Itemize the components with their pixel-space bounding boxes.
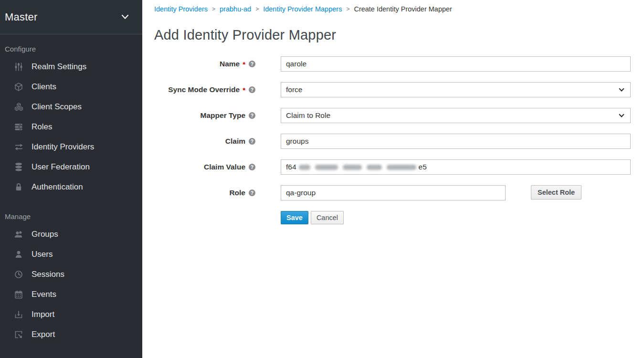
help-icon[interactable]: ?	[249, 86, 255, 93]
required-marker: *	[243, 86, 245, 94]
users-icon	[13, 230, 24, 239]
main-content: Identity Providers > prabhu-ad > Identit…	[142, 0, 644, 358]
sidebar-item-label: Identity Providers	[32, 142, 94, 152]
sidebar-item-client-scopes[interactable]: Client Scopes	[0, 97, 142, 117]
user-icon	[13, 250, 24, 259]
export-icon	[13, 330, 24, 339]
sidebar-item-label: Export	[32, 330, 55, 339]
sidebar-item-label: Roles	[32, 122, 52, 132]
breadcrumb-separator: >	[255, 6, 259, 12]
realm-selector[interactable]: Master	[0, 0, 142, 34]
role-input[interactable]	[281, 185, 506, 200]
save-button[interactable]: Save	[281, 211, 308, 224]
breadcrumb-separator: >	[212, 6, 215, 12]
redacted-segment	[387, 165, 416, 170]
form-row-claim-value: Claim Value ? f64 e5	[154, 159, 631, 175]
breadcrumb: Identity Providers > prabhu-ad > Identit…	[154, 5, 631, 13]
sidebar-item-users[interactable]: Users	[0, 244, 142, 264]
exchange-icon	[13, 142, 24, 152]
sidebar-item-label: Authentication	[32, 182, 83, 192]
list-icon	[13, 122, 24, 132]
calendar-icon	[13, 290, 24, 299]
sidebar-item-label: Groups	[32, 230, 58, 239]
form-row-name: Name * ?	[154, 56, 631, 72]
redacted-segment	[299, 165, 310, 170]
sidebar-item-events[interactable]: Events	[0, 284, 142, 305]
sidebar-item-roles[interactable]: Roles	[0, 117, 142, 137]
breadcrumb-provider-alias[interactable]: prabhu-ad	[220, 5, 251, 13]
redacted-segment	[367, 165, 382, 170]
sidebar-item-label: Events	[32, 290, 56, 299]
breadcrumb-separator: >	[346, 6, 349, 12]
page-title: Add Identity Provider Mapper	[154, 27, 631, 43]
help-icon[interactable]: ?	[249, 112, 255, 119]
claim-input[interactable]	[281, 134, 631, 149]
sync-mode-selected-value: force	[286, 85, 302, 94]
cube-icon	[13, 82, 24, 92]
redacted-segment	[315, 165, 338, 170]
form-row-claim: Claim ?	[154, 134, 631, 149]
sidebar-item-realm-settings[interactable]: Realm Settings	[0, 57, 142, 77]
sidebar-item-label: Realm Settings	[32, 62, 86, 72]
mapper-type-label: Mapper Type	[201, 111, 245, 120]
help-icon[interactable]: ?	[249, 61, 255, 67]
help-icon[interactable]: ?	[249, 138, 255, 145]
chevron-down-icon	[121, 14, 129, 20]
import-icon	[13, 310, 24, 319]
keycloak-admin-console: Master Configure Realm Set	[0, 0, 644, 358]
breadcrumb-current: Create Identity Provider Mapper	[354, 5, 452, 13]
sidebar-nav: Configure Realm Settings	[0, 34, 142, 345]
sidebar-item-label: Client Scopes	[32, 102, 82, 112]
claim-value-input[interactable]: f64 e5	[281, 159, 631, 175]
database-icon	[13, 162, 24, 172]
sidebar-item-label: Users	[32, 250, 53, 259]
breadcrumb-identity-providers[interactable]: Identity Providers	[154, 5, 208, 13]
form-row-sync-mode: Sync Mode Override * ? force	[154, 82, 631, 97]
sidebar-item-label: Import	[32, 310, 54, 319]
mapper-type-select[interactable]: Claim to Role	[281, 108, 631, 123]
help-icon[interactable]: ?	[249, 164, 255, 170]
cancel-button[interactable]: Cancel	[311, 211, 344, 224]
form-row-role: Role ? Select Role	[154, 185, 631, 200]
claim-value-label: Claim Value	[204, 163, 245, 171]
sliders-icon	[13, 62, 24, 72]
claim-label: Claim	[225, 137, 245, 146]
lock-icon	[13, 182, 24, 192]
sidebar-item-clients[interactable]: Clients	[0, 77, 142, 97]
name-input[interactable]	[281, 56, 631, 72]
sidebar-item-label: Clients	[32, 82, 56, 92]
sidebar-item-identity-providers[interactable]: Identity Providers	[0, 137, 142, 157]
help-icon[interactable]: ?	[249, 190, 255, 196]
sidebar-item-import[interactable]: Import	[0, 305, 142, 325]
form-row-mapper-type: Mapper Type ? Claim to Role	[154, 108, 631, 123]
sidebar: Master Configure Realm Set	[0, 0, 142, 358]
claim-value-prefix: f64	[286, 163, 296, 171]
claim-value-suffix: e5	[419, 163, 427, 171]
sync-mode-label: Sync Mode Override	[168, 85, 240, 94]
mapper-type-selected-value: Claim to Role	[286, 111, 330, 120]
role-label: Role	[229, 189, 245, 197]
chevron-down-icon	[619, 86, 624, 91]
required-marker: *	[243, 60, 245, 68]
clock-icon	[13, 270, 24, 279]
section-label-manage: Manage	[0, 197, 142, 224]
sidebar-item-groups[interactable]: Groups	[0, 224, 142, 244]
sidebar-item-authentication[interactable]: Authentication	[0, 177, 142, 197]
name-label: Name	[220, 60, 240, 68]
select-role-button[interactable]: Select Role	[531, 185, 581, 200]
realm-name: Master	[5, 11, 37, 23]
cubes-icon	[13, 102, 24, 112]
sidebar-item-export[interactable]: Export	[0, 325, 142, 345]
sidebar-item-sessions[interactable]: Sessions	[0, 264, 142, 284]
sidebar-item-label: User Federation	[32, 162, 90, 172]
redacted-segment	[343, 165, 362, 170]
breadcrumb-identity-provider-mappers[interactable]: Identity Provider Mappers	[263, 5, 342, 13]
section-label-configure: Configure	[0, 34, 142, 57]
sync-mode-select[interactable]: force	[281, 82, 631, 97]
form-actions: Save Cancel	[281, 211, 631, 224]
sidebar-item-user-federation[interactable]: User Federation	[0, 157, 142, 177]
sidebar-item-label: Sessions	[32, 270, 64, 279]
mapper-form: Name * ? Sync Mode Override * ? force	[154, 56, 631, 224]
chevron-down-icon	[619, 112, 624, 117]
